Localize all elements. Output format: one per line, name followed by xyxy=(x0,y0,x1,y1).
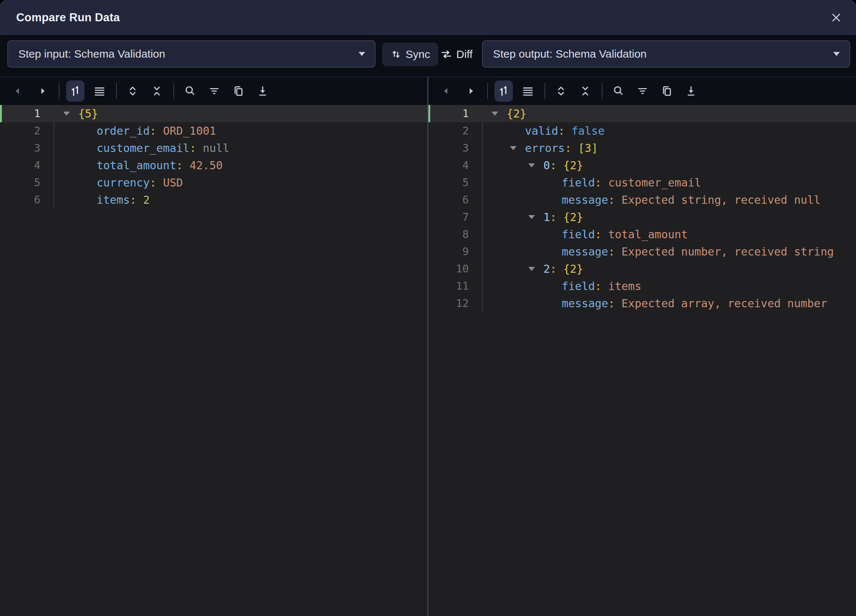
search-button[interactable] xyxy=(609,80,628,102)
tree-view-button[interactable] xyxy=(66,80,85,102)
json-line[interactable]: 8field: total_amount xyxy=(428,226,856,243)
text-view-icon xyxy=(93,84,106,98)
copy-button[interactable] xyxy=(657,80,676,102)
unfold-more-icon xyxy=(554,84,568,98)
json-line[interactable]: 2order_id: ORD_1001 xyxy=(0,122,427,140)
expand-all-button[interactable] xyxy=(123,80,142,102)
json-line-content: 2: {2} xyxy=(543,260,583,278)
chevron-right-icon xyxy=(35,84,49,98)
json-token-key: message xyxy=(562,245,608,258)
expand-all-button[interactable] xyxy=(552,80,570,102)
json-token-key: message xyxy=(562,297,608,310)
chevron-left-icon xyxy=(11,84,25,98)
unfold-less-icon xyxy=(150,84,163,98)
json-token-number: 2 xyxy=(143,194,149,206)
json-line[interactable]: 5currency: USD xyxy=(0,174,427,191)
dialog-title: Compare Run Data xyxy=(16,11,120,24)
json-line[interactable]: 11field: items xyxy=(428,278,856,295)
json-token-key: customer_email xyxy=(97,142,189,155)
download-icon xyxy=(256,84,269,98)
close-button[interactable] xyxy=(827,9,845,26)
json-token-key: valid xyxy=(525,124,558,137)
text-view-button[interactable] xyxy=(90,80,109,102)
collapse-toggle[interactable] xyxy=(59,105,74,122)
json-line[interactable]: 1{2} xyxy=(428,105,856,122)
compare-run-data-dialog: Compare Run Data Step input: Schema Vali… xyxy=(0,0,856,616)
prev-button[interactable] xyxy=(9,80,27,102)
text-view-button[interactable] xyxy=(519,80,537,102)
json-line-content: order_id: ORD_1001 xyxy=(97,122,216,140)
json-line[interactable]: 6message: Expected string, received null xyxy=(428,191,856,209)
json-token-brace: {2} xyxy=(563,263,583,275)
collapse-all-button[interactable] xyxy=(576,80,594,102)
json-token-string: items xyxy=(608,280,641,293)
json-line[interactable]: 6items: 2 xyxy=(0,191,427,209)
next-button[interactable] xyxy=(462,80,480,102)
json-line-content: message: Expected string, received null xyxy=(562,191,821,209)
download-button[interactable] xyxy=(254,80,272,102)
collapse-toggle[interactable] xyxy=(524,157,539,174)
json-token-key: errors xyxy=(525,142,565,155)
tree-view-icon xyxy=(497,84,510,98)
indent-guide xyxy=(54,122,54,209)
json-line-content: field: items xyxy=(562,278,642,295)
json-token-string: ORD_1001 xyxy=(163,124,216,137)
json-line-content: items: 2 xyxy=(97,191,150,209)
json-line[interactable]: 9message: Expected number, received stri… xyxy=(428,243,856,260)
line-number: 6 xyxy=(0,191,40,209)
diff-arrows-icon xyxy=(440,48,453,61)
json-token-key: field xyxy=(562,228,595,241)
json-token-colon: : xyxy=(608,194,621,206)
triangle-down-icon xyxy=(63,112,70,116)
json-token-string: Expected array, received number xyxy=(622,297,827,310)
json-token-string: Expected number, received string xyxy=(622,245,834,258)
line-number: 7 xyxy=(428,209,469,226)
json-token-colon: : xyxy=(150,176,163,189)
json-token-key: total_amount xyxy=(97,159,176,172)
unfold-more-icon xyxy=(126,84,139,98)
tree-view-button[interactable] xyxy=(494,80,513,102)
json-line-content: field: customer_email xyxy=(562,174,701,191)
json-token-index: 0 xyxy=(543,159,550,172)
collapse-toggle[interactable] xyxy=(488,105,502,122)
json-line[interactable]: 2valid: false xyxy=(428,122,856,140)
json-token-colon: : xyxy=(595,176,608,189)
json-line[interactable]: 40: {2} xyxy=(428,157,856,174)
filter-button[interactable] xyxy=(633,80,652,102)
collapse-toggle[interactable] xyxy=(506,140,520,157)
collapse-toggle[interactable] xyxy=(524,209,539,226)
json-line[interactable]: 12message: Expected array, received numb… xyxy=(428,295,856,312)
close-icon xyxy=(830,11,843,24)
triangle-down-icon xyxy=(528,163,535,167)
line-number: 4 xyxy=(0,157,40,174)
diff-button[interactable]: Diff xyxy=(435,43,477,66)
json-line[interactable]: 5field: customer_email xyxy=(428,174,856,191)
collapse-toggle[interactable] xyxy=(524,260,539,278)
search-icon xyxy=(612,84,625,98)
download-button[interactable] xyxy=(682,80,700,102)
line-number: 6 xyxy=(428,191,469,209)
sync-button[interactable]: Sync xyxy=(382,43,438,66)
line-number: 9 xyxy=(428,243,469,260)
json-line[interactable]: 71: {2} xyxy=(428,209,856,226)
copy-button[interactable] xyxy=(229,80,248,102)
line-number: 1 xyxy=(428,105,469,122)
right-panel-toolbar xyxy=(428,77,856,105)
collapse-all-button[interactable] xyxy=(148,80,166,102)
json-line[interactable]: 4total_amount: 42.50 xyxy=(0,157,427,174)
json-token-colon: : xyxy=(608,245,621,258)
json-token-brace: {2} xyxy=(563,211,583,224)
search-button[interactable] xyxy=(181,80,199,102)
filter-button[interactable] xyxy=(205,80,223,102)
json-line[interactable]: 1{5} xyxy=(0,105,427,122)
json-token-colon: : xyxy=(189,142,203,155)
json-line[interactable]: 102: {2} xyxy=(428,260,856,278)
json-line[interactable]: 3errors: [3] xyxy=(428,140,856,157)
indent-guide xyxy=(482,122,483,312)
left-step-select[interactable]: Step input: Schema Validation xyxy=(7,40,376,68)
next-button[interactable] xyxy=(33,80,51,102)
right-step-select[interactable]: Step output: Schema Validation xyxy=(482,40,850,68)
line-number: 5 xyxy=(428,174,469,191)
prev-button[interactable] xyxy=(437,80,456,102)
json-line[interactable]: 3customer_email: null xyxy=(0,140,427,157)
